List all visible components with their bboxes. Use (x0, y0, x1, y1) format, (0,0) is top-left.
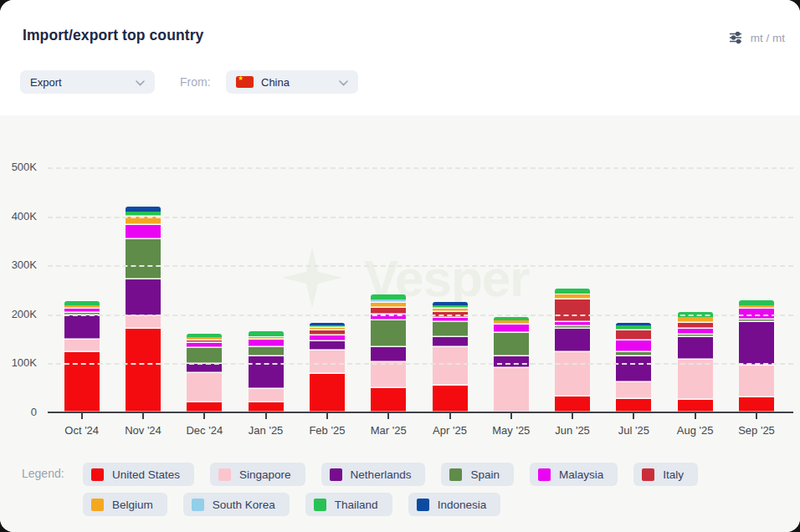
bar-segment-malaysia[interactable] (126, 225, 161, 238)
bar-segment-indonesia[interactable] (616, 323, 651, 325)
bar-segment-thailand[interactable] (555, 289, 590, 293)
bar-segment-united-states[interactable] (616, 399, 651, 412)
bar-segment-italy[interactable] (555, 299, 590, 322)
bar-segment-netherlands[interactable] (126, 279, 161, 316)
bar-segment-united-states[interactable] (739, 397, 774, 412)
bar-segment-netherlands[interactable] (616, 356, 651, 381)
bar-segment-singapore[interactable] (555, 352, 590, 396)
legend-item-united-states[interactable]: United States (83, 463, 194, 486)
bar-segment-united-states[interactable] (371, 388, 406, 412)
bar-segment-south-korea[interactable] (249, 336, 284, 338)
bar-segment-belgium[interactable] (739, 305, 774, 309)
bar-segment-singapore[interactable] (678, 360, 713, 401)
bar-segment-italy[interactable] (616, 330, 651, 341)
bar-segment-spain[interactable] (616, 352, 651, 356)
bar-segment-spain[interactable] (371, 320, 406, 347)
bar-segment-thailand[interactable] (310, 325, 345, 327)
bar-segment-netherlands[interactable] (64, 315, 100, 340)
bar-segment-belgium[interactable] (310, 328, 345, 330)
bar-segment-singapore[interactable] (739, 366, 774, 398)
bar-segment-united-states[interactable] (310, 374, 345, 412)
bar-segment-thailand[interactable] (739, 300, 774, 304)
bar-segment-spain[interactable] (494, 333, 529, 356)
bar-segment-spain[interactable] (739, 320, 774, 322)
bar-segment-malaysia[interactable] (249, 340, 284, 347)
bar-segment-netherlands[interactable] (187, 364, 222, 373)
bar-segment-netherlands[interactable] (678, 337, 713, 360)
bar-segment-spain[interactable] (249, 347, 284, 356)
bar-segment-belgium[interactable] (187, 337, 222, 340)
bar-segment-italy[interactable] (310, 330, 345, 335)
bar-segment-belgium[interactable] (126, 217, 161, 225)
legend-item-south-korea[interactable]: South Korea (183, 493, 290, 516)
bar-segment-thailand[interactable] (494, 317, 529, 320)
unit-settings-control[interactable]: mt / mt (728, 30, 785, 45)
legend-item-netherlands[interactable]: Netherlands (321, 463, 426, 486)
bar-segment-netherlands[interactable] (433, 337, 468, 347)
bar-segment-singapore[interactable] (494, 368, 529, 412)
legend-item-thailand[interactable]: Thailand (305, 493, 392, 516)
bar-segment-thailand[interactable] (187, 334, 222, 338)
bar-segment-spain[interactable] (126, 239, 161, 280)
bar-segment-singapore[interactable] (187, 373, 222, 402)
bar-segment-italy[interactable] (678, 323, 713, 330)
bar-segment-netherlands[interactable] (494, 356, 529, 368)
bar-segment-belgium[interactable] (64, 305, 100, 309)
bar-segment-united-states[interactable] (64, 352, 100, 412)
bar-segment-singapore[interactable] (126, 316, 161, 329)
bar-segment-united-states[interactable] (126, 329, 161, 412)
bar-segment-netherlands[interactable] (739, 322, 774, 366)
bar-segment-thailand[interactable] (616, 325, 651, 330)
bar-segment-united-states[interactable] (555, 396, 590, 412)
bar-segment-belgium[interactable] (371, 303, 406, 308)
bar-segment-thailand[interactable] (433, 305, 468, 309)
bar-segment-belgium[interactable] (678, 317, 713, 323)
bar-segment-malaysia[interactable] (433, 318, 468, 322)
bar-segment-indonesia[interactable] (433, 302, 468, 305)
bar-segment-netherlands[interactable] (371, 347, 406, 362)
bar-segment-singapore[interactable] (616, 382, 651, 399)
legend-item-indonesia[interactable]: Indonesia (408, 493, 501, 516)
bar-segment-malaysia[interactable] (64, 309, 100, 313)
bar-segment-spain[interactable] (678, 335, 713, 336)
sliders-icon[interactable] (728, 30, 743, 45)
bar-segment-south-korea[interactable] (555, 294, 590, 295)
bar-segment-belgium[interactable] (433, 309, 468, 312)
bar-segment-singapore[interactable] (371, 362, 406, 388)
bar-segment-singapore[interactable] (64, 340, 100, 352)
bar-segment-spain[interactable] (187, 348, 222, 364)
bar-segment-netherlands[interactable] (555, 329, 590, 352)
legend-item-singapore[interactable]: Singapore (210, 463, 305, 486)
bar-segment-malaysia[interactable] (187, 343, 222, 348)
bar-segment-thailand[interactable] (249, 331, 284, 335)
bar-segment-netherlands[interactable] (310, 341, 345, 350)
bar-segment-singapore[interactable] (433, 347, 468, 386)
bar-segment-thailand[interactable] (64, 301, 100, 305)
legend-item-malaysia[interactable]: Malaysia (530, 463, 618, 486)
country-dropdown[interactable]: China (226, 70, 358, 94)
bar-segment-spain[interactable] (433, 322, 468, 337)
bar-segment-singapore[interactable] (310, 350, 345, 374)
bar-segment-singapore[interactable] (249, 389, 284, 402)
bar-segment-malaysia[interactable] (555, 322, 590, 327)
bar-segment-spain[interactable] (555, 326, 590, 328)
bar-segment-italy[interactable] (187, 340, 222, 342)
bar-segment-united-states[interactable] (433, 386, 468, 412)
bar-segment-netherlands[interactable] (249, 356, 284, 390)
direction-dropdown[interactable]: Export (20, 70, 155, 94)
bar-segment-malaysia[interactable] (310, 335, 345, 341)
bar-segment-south-korea[interactable] (371, 299, 406, 303)
bar-segment-belgium[interactable] (249, 337, 284, 340)
bar-segment-belgium[interactable] (494, 320, 529, 325)
bar-segment-malaysia[interactable] (494, 325, 529, 334)
bar-segment-indonesia[interactable] (126, 207, 161, 212)
bar-segment-united-states[interactable] (678, 400, 713, 412)
legend-item-spain[interactable]: Spain (441, 463, 514, 486)
bar-segment-belgium[interactable] (555, 294, 590, 299)
bar-segment-thailand[interactable] (371, 294, 406, 299)
legend-item-belgium[interactable]: Belgium (83, 493, 167, 516)
bar-segment-malaysia[interactable] (616, 340, 651, 351)
bar-segment-malaysia[interactable] (678, 329, 713, 335)
bar-segment-indonesia[interactable] (310, 323, 345, 325)
legend-item-italy[interactable]: Italy (633, 463, 698, 486)
